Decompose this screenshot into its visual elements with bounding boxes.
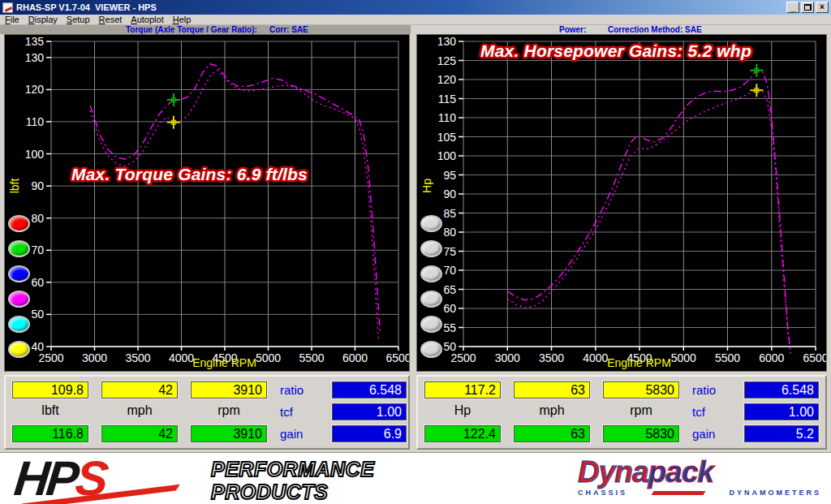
restore-icon: [804, 4, 812, 11]
power-baseline-value: 117.2: [424, 381, 501, 398]
trace-button-cyan[interactable]: [8, 316, 30, 333]
trace-button-6[interactable]: [420, 341, 442, 358]
hps-tagline-line1: PERFORMANCE: [211, 459, 374, 481]
title-bar: RHAS-SP V1.7-04 VIEWER - HPS _ ×: [0, 0, 831, 15]
power-ratio-value: 6.548: [744, 381, 819, 398]
menu-autoplot[interactable]: Autoplot: [131, 15, 163, 24]
power-y-axis-label: Hp: [420, 170, 433, 202]
power-chart-plot[interactable]: 5055606570758085909510010511011512012513…: [417, 35, 826, 371]
power-correction-label: Correction Method: SAE: [608, 25, 702, 34]
power-gain-label: gain: [692, 425, 738, 442]
svg-text:95: 95: [443, 169, 456, 182]
dynapack-wordmark: Dynapack: [578, 457, 821, 487]
svg-text:70: 70: [443, 264, 456, 277]
power-tcf-label: tcf: [692, 403, 738, 420]
hps-tagline-line2: PRODUCTS: [211, 481, 374, 504]
menu-help[interactable]: Help: [173, 15, 192, 24]
svg-text:130: 130: [25, 51, 45, 64]
svg-text:110: 110: [26, 115, 45, 128]
dynapack-chassis-text: CHASSIS: [578, 489, 627, 497]
app-icon: [2, 2, 13, 13]
power-gains-annotation: Max. Horsepower Gains: 5.2 whp: [480, 41, 751, 61]
window-title: RHAS-SP V1.7-04 VIEWER - HPS: [16, 2, 157, 12]
torque-y-axis-label: lbft: [8, 170, 21, 202]
trace-button-blue[interactable]: [8, 265, 30, 282]
trace-button-3[interactable]: [420, 265, 442, 282]
trace-button-green[interactable]: [8, 240, 30, 257]
svg-text:90: 90: [31, 179, 44, 192]
info-strip: Torque (Axle Torque / Gear Ratio): Corr:…: [0, 25, 831, 34]
svg-text:120: 120: [437, 73, 457, 86]
svg-text:65: 65: [443, 283, 456, 296]
torque-correction-label: Corr: SAE: [269, 25, 308, 34]
svg-text:100: 100: [437, 149, 457, 162]
torque-ratio-label: ratio: [280, 381, 325, 398]
power-mph-label: mph: [514, 403, 590, 420]
power-data-panel: 117.2 Hp 122.4 63 mph 63 5830 rpm 5830 r…: [416, 375, 827, 450]
svg-text:125: 125: [437, 54, 457, 67]
svg-text:120: 120: [25, 83, 45, 96]
dynapack-dynamometers-text: DYNAMOMETERS: [729, 489, 821, 497]
torque-tcf-value: 1.00: [332, 403, 407, 420]
svg-text:80: 80: [443, 226, 456, 239]
svg-text:100: 100: [25, 148, 45, 161]
power-header-label: Power:: [559, 25, 586, 34]
dynapack-logo: Dynapack CHASSIS DYNAMOMETERS: [578, 457, 821, 502]
torque-baseline-rpm: 3910: [191, 381, 267, 398]
svg-text:85: 85: [443, 207, 456, 220]
svg-text:90: 90: [443, 187, 456, 200]
svg-text:130: 130: [437, 35, 457, 48]
torque-modified-value: 116.8: [12, 425, 88, 442]
trace-button-4[interactable]: [420, 291, 442, 308]
svg-text:70: 70: [31, 243, 44, 256]
trace-button-red[interactable]: [8, 215, 30, 232]
dynapack-dyna-text: Dyna: [578, 455, 648, 489]
power-x-axis-label: Engine RPM: [463, 356, 816, 369]
torque-header-strip: Torque (Axle Torque / Gear Ratio): Corr:…: [0, 25, 411, 34]
torque-baseline-value: 109.8: [12, 381, 88, 398]
torque-rpm-label: rpm: [191, 403, 267, 420]
svg-text:105: 105: [437, 131, 457, 144]
trace-button-2[interactable]: [420, 240, 442, 257]
power-tcf-value: 1.00: [744, 403, 819, 420]
torque-tcf-label: tcf: [280, 403, 325, 420]
power-trace-buttons: [420, 215, 442, 358]
trace-button-1[interactable]: [420, 215, 442, 232]
minimize-button[interactable]: _: [786, 2, 799, 13]
torque-trace-buttons: [8, 215, 30, 358]
power-baseline-rpm: 5830: [603, 381, 679, 398]
hps-hp-text: HP: [11, 451, 78, 504]
power-gain-value: 5.2: [744, 425, 819, 442]
menu-bar: File Display Setup Reset Autoplot Help: [0, 15, 831, 25]
menu-reset[interactable]: Reset: [99, 15, 123, 24]
torque-chart-plot[interactable]: 4050607080901001101201301352500300035004…: [5, 35, 409, 371]
restore-button[interactable]: [801, 2, 814, 13]
menu-file[interactable]: File: [5, 15, 19, 24]
trace-button-yellow[interactable]: [8, 341, 30, 358]
power-modified-rpm: 5830: [603, 425, 679, 442]
svg-text:50: 50: [31, 308, 44, 321]
torque-unit-label: lbft: [12, 403, 88, 420]
torque-modified-rpm: 3910: [191, 425, 267, 442]
torque-baseline-mph: 42: [101, 381, 178, 398]
svg-text:60: 60: [31, 276, 44, 289]
svg-text:110: 110: [438, 111, 457, 124]
menu-display[interactable]: Display: [28, 15, 58, 24]
dynapack-red-bar-icon: [651, 491, 705, 495]
svg-text:55: 55: [443, 321, 456, 334]
torque-gain-value: 6.9: [332, 425, 407, 442]
torque-x-axis-label: Engine RPM: [50, 356, 398, 369]
power-rpm-label: rpm: [603, 403, 679, 420]
svg-text:135: 135: [25, 35, 45, 48]
svg-text:80: 80: [31, 212, 44, 225]
close-button[interactable]: ×: [816, 2, 829, 13]
svg-text:75: 75: [443, 245, 456, 258]
menu-setup[interactable]: Setup: [67, 15, 90, 24]
power-modified-mph: 63: [514, 425, 590, 442]
trace-button-magenta[interactable]: [8, 291, 30, 308]
power-chart-panel: 5055606570758085909510010511011512012513…: [416, 34, 827, 372]
torque-mph-label: mph: [101, 403, 178, 420]
trace-button-5[interactable]: [420, 316, 442, 333]
svg-text:115: 115: [438, 93, 457, 106]
torque-gain-label: gain: [280, 425, 325, 442]
